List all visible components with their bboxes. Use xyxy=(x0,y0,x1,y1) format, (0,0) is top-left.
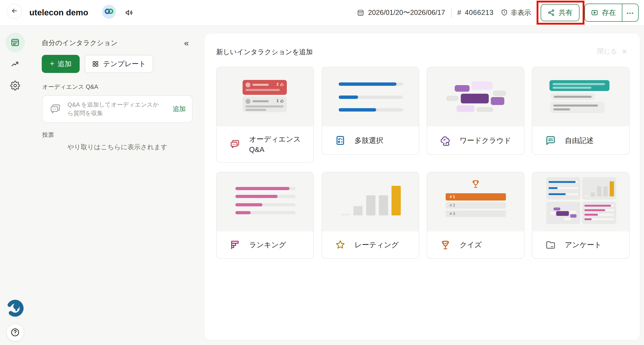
share-button-label: 共有 xyxy=(559,8,573,17)
card-label: レーティング xyxy=(354,240,399,250)
close-icon: ✕ xyxy=(622,48,627,56)
audience-qa-thumbnail: 2 1 xyxy=(216,67,314,126)
sidebar-title: 自分のインタラクション xyxy=(42,38,118,48)
interactions-icon xyxy=(10,38,20,48)
like-count: 1 xyxy=(277,99,279,103)
event-date-range[interactable]: 2026/01/20〜2026/06/17 xyxy=(368,8,445,17)
survey-type-icon xyxy=(545,239,556,251)
quiz-rank-2: # 2 xyxy=(450,203,455,208)
quiz-thumbnail: # 1 # 2 # 3 xyxy=(427,172,524,231)
rail-item-interactions[interactable] xyxy=(0,33,30,52)
rating-type-icon xyxy=(335,239,346,251)
qa-prompt-text: Q&A を追加してオーディエンスから質問を収集 xyxy=(68,101,160,117)
question-circle-icon xyxy=(10,328,20,337)
templates-button-label: テンプレート xyxy=(103,59,146,69)
present-more-button[interactable]: … xyxy=(622,4,638,21)
word-cloud-type-icon xyxy=(440,135,451,146)
arrow-left-icon xyxy=(11,7,18,15)
interactions-active-indicator xyxy=(6,33,25,52)
help-button[interactable] xyxy=(0,323,30,341)
plus-icon: + xyxy=(50,59,54,68)
topbar: utelecon demo 2026/01/20〜2026/06/17 # 40… xyxy=(0,0,644,26)
qa-empty-card: Q&A を追加してオーディエンスから質問を収集 追加 xyxy=(42,95,192,123)
add-button-label: 追加 xyxy=(58,59,72,69)
webex-logo-icon xyxy=(104,8,114,15)
qa-add-link[interactable]: 追加 xyxy=(172,105,186,114)
card-open-text[interactable]: 自由記述 xyxy=(532,67,630,155)
announcement-icon[interactable] xyxy=(124,0,134,25)
topbar-right-cluster: 2026/01/20〜2026/06/17 # 4066213 非表示 共有 xyxy=(357,0,638,25)
event-code[interactable]: 4066213 xyxy=(465,9,494,17)
card-label: 自由記述 xyxy=(565,135,594,146)
slido-logo[interactable] xyxy=(0,298,30,317)
card-multiple-choice[interactable]: 多肢選択 xyxy=(322,67,419,155)
present-play-icon xyxy=(591,9,598,17)
card-label: アンケート xyxy=(565,240,602,250)
card-label: 多肢選択 xyxy=(354,135,384,146)
trending-up-icon xyxy=(10,59,20,69)
rail-item-settings[interactable] xyxy=(0,76,30,95)
polls-section-label: 投票 xyxy=(42,131,54,139)
qa-type-icon xyxy=(229,139,240,150)
rating-thumbnail xyxy=(322,172,419,231)
slido-logo-icon xyxy=(6,298,25,317)
ranking-thumbnail xyxy=(216,172,314,231)
topbar-divider xyxy=(451,8,452,18)
share-button[interactable]: 共有 xyxy=(541,4,580,21)
polls-empty-text: やり取りはこちらに表示されます xyxy=(42,143,193,152)
panel-title: 新しいインタラクションを追加 xyxy=(216,48,313,57)
close-panel-button[interactable]: 閉じる ✕ xyxy=(597,47,628,56)
card-label: ランキング xyxy=(249,240,286,250)
word-cloud-thumbnail xyxy=(427,67,524,126)
qa-section-label: オーディエンス Q&A xyxy=(42,83,98,91)
card-label: クイズ xyxy=(460,240,482,250)
card-quiz[interactable]: # 1 # 2 # 3 クイズ xyxy=(427,172,524,259)
back-button[interactable] xyxy=(7,4,22,19)
card-label: オーディエンス Q&A xyxy=(249,134,309,155)
add-interaction-button[interactable]: + 追加 xyxy=(42,55,80,73)
calendar-icon xyxy=(357,9,364,17)
hash-icon: # xyxy=(458,9,461,17)
present-button[interactable]: 存在 xyxy=(585,4,622,21)
like-count: 2 xyxy=(277,82,279,87)
card-survey[interactable]: アンケート xyxy=(532,172,630,259)
present-button-label: 存在 xyxy=(602,8,616,17)
chat-bubbles-icon xyxy=(49,103,62,115)
page-title: utelecon demo xyxy=(29,0,88,25)
privacy-status[interactable]: 非表示 xyxy=(511,8,531,17)
open-text-type-icon xyxy=(545,135,556,146)
ranking-type-icon xyxy=(229,239,240,251)
rail-item-analytics[interactable] xyxy=(0,54,30,74)
open-text-thumbnail xyxy=(532,67,629,126)
quiz-rank-1: # 1 xyxy=(450,195,455,199)
webex-integration-badge[interactable] xyxy=(102,5,116,19)
card-label: ワードクラウド xyxy=(460,135,511,146)
quiz-type-icon xyxy=(440,239,451,251)
card-audience-qa[interactable]: 2 1 xyxy=(216,67,314,163)
share-icon xyxy=(548,9,555,17)
quiz-rank-3: # 3 xyxy=(450,212,455,216)
close-label: 閉じる xyxy=(597,47,617,56)
present-button-group: 存在 … xyxy=(584,4,639,22)
slido-event-window: utelecon demo 2026/01/20〜2026/06/17 # 40… xyxy=(0,0,644,345)
grid-icon xyxy=(92,60,99,68)
add-interaction-panel: 新しいインタラクションを追加 閉じる ✕ 2 xyxy=(204,33,640,340)
card-ranking[interactable]: ランキング xyxy=(216,172,314,259)
card-word-cloud[interactable]: ワードクラウド xyxy=(427,67,524,155)
multiple-choice-thumbnail xyxy=(322,67,419,126)
survey-thumbnail xyxy=(532,172,629,231)
card-rating[interactable]: レーティング xyxy=(322,172,419,259)
shield-alert-icon xyxy=(500,9,508,17)
collapse-sidebar-button[interactable]: « xyxy=(184,39,193,48)
templates-button[interactable]: テンプレート xyxy=(84,55,153,73)
left-rail xyxy=(0,25,30,345)
share-button-wrap: 共有 xyxy=(541,4,580,21)
multiple-choice-type-icon xyxy=(335,135,346,146)
gear-icon xyxy=(10,81,20,91)
